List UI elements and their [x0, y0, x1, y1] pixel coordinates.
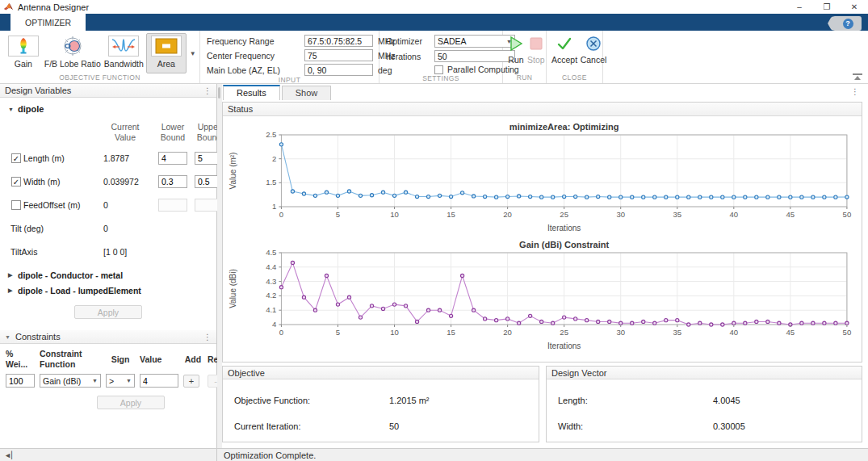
run-label: Run — [508, 55, 523, 65]
design-variables-body: ▼ dipole Current Value Lower Bound Upper… — [0, 98, 216, 319]
constraint-function-header: Constraint Function — [40, 349, 101, 369]
add-constraint-button[interactable]: + — [183, 375, 199, 388]
center-frequency-input[interactable] — [304, 49, 373, 61]
design-variables-apply-button[interactable]: Apply — [74, 305, 142, 319]
sign-select[interactable]: > ▼ — [106, 374, 135, 388]
svg-text:0: 0 — [279, 328, 283, 337]
gain-constraint-chart: 0510152025303540455044.14.24.34.44.5Gain… — [224, 239, 860, 352]
help-button[interactable]: ? — [828, 16, 862, 31]
constraints-collapse-icon[interactable]: ▼ — [5, 334, 11, 340]
svg-text:Value (dBi): Value (dBi) — [229, 269, 237, 308]
svg-text:4.2: 4.2 — [266, 291, 276, 300]
svg-text:1: 1 — [272, 202, 276, 211]
constraints-column-headers: % Wei... Constraint Function Sign Value … — [0, 349, 216, 369]
area-button[interactable]: Area — [146, 33, 187, 73]
svg-text:10: 10 — [390, 328, 399, 337]
objective-function-section: Gain — [0, 31, 200, 83]
svg-text:Value (m²): Value (m²) — [229, 153, 237, 190]
svg-text:45: 45 — [786, 328, 795, 337]
constraints-apply-button[interactable]: Apply — [97, 396, 165, 409]
help-icon: ? — [843, 19, 853, 29]
frequency-range-input[interactable] — [304, 35, 373, 47]
minimize-button[interactable]: – — [786, 1, 813, 14]
svg-text:35: 35 — [673, 210, 681, 219]
variable-row-tiltaxis: TiltAxis [1 0 0] — [0, 244, 216, 260]
title-bar: Antenna Designer – ❐ ✕ — [0, 0, 868, 14]
svg-text:2.5: 2.5 — [266, 130, 276, 139]
ribbon-tab-strip: OPTIMIZER ? — [0, 14, 868, 31]
close-button[interactable]: ✕ — [841, 1, 868, 14]
svg-text:40: 40 — [729, 210, 738, 219]
main-lobe-input[interactable] — [304, 64, 373, 76]
constraint-function-select[interactable]: Gain (dBi) ▼ — [40, 374, 101, 388]
svg-text:30: 30 — [616, 328, 625, 337]
design-variables-menu-icon[interactable]: ⋮ — [203, 86, 212, 95]
stop-label: Stop — [527, 55, 545, 65]
objective-dropdown-arrow[interactable]: ▼ — [188, 33, 198, 73]
width-current-value: 0.039972 — [97, 177, 153, 186]
bandwidth-icon — [108, 36, 139, 57]
constraints-header: ▼ Constraints ⋮ — [0, 330, 216, 344]
tree-node-dipole[interactable]: ▼ dipole — [0, 98, 216, 114]
area-label: Area — [157, 59, 175, 69]
tab-optimizer[interactable]: OPTIMIZER — [10, 14, 86, 31]
variable-row-feedoffset: FeedOffset (m) 0 — [0, 197, 216, 213]
parallel-computing-checkbox[interactable] — [434, 65, 443, 74]
svg-text:50: 50 — [843, 210, 852, 219]
tree-node-load[interactable]: ▶ dipole - Load - lumpedElement — [0, 280, 216, 295]
gain-button[interactable]: Gain — [3, 33, 44, 73]
gain-constraint-chart-wrap: 0510152025303540455044.14.24.34.44.5Gain… — [223, 234, 862, 352]
width-label: Width (m) — [23, 177, 94, 186]
tree-collapsed-icon: ▶ — [8, 272, 15, 279]
stop-icon — [529, 36, 543, 52]
svg-text:5: 5 — [336, 210, 340, 219]
collapse-panel-icon[interactable]: ◄▏ — [4, 451, 17, 459]
accept-button[interactable]: Accept — [551, 34, 577, 65]
accept-label: Accept — [551, 55, 577, 65]
gain-icon — [8, 36, 39, 57]
bandwidth-button[interactable]: Bandwidth — [102, 33, 146, 73]
run-button[interactable]: Run — [508, 34, 524, 65]
width-checkbox[interactable]: ✓ — [11, 177, 21, 186]
panel-splitter[interactable] — [217, 84, 222, 448]
stop-button[interactable]: Stop — [527, 34, 545, 65]
constraints-title: Constraints — [15, 332, 61, 342]
objective-function-value: 1.2015 m² — [389, 396, 430, 405]
weight-input[interactable] — [6, 374, 35, 388]
tab-show[interactable]: Show — [282, 86, 332, 100]
feedoffset-checkbox[interactable] — [11, 200, 21, 210]
length-lower-bound-input[interactable] — [158, 152, 187, 165]
tree-node-conductor[interactable]: ▶ dipole - Conductor - metal — [0, 265, 216, 280]
svg-text:4.3: 4.3 — [266, 277, 276, 286]
width-result-value: 0.30005 — [713, 421, 745, 431]
width-lower-bound-input[interactable] — [158, 175, 187, 188]
current-iteration-row: Current Iteration: 50 — [234, 421, 530, 431]
svg-text:25: 25 — [560, 210, 568, 219]
constraints-menu-icon[interactable]: ⋮ — [203, 333, 212, 342]
sign-caret-icon: ▼ — [126, 378, 132, 383]
close-section: Accept Cancel CLOSE — [547, 31, 603, 83]
svg-text:1.5: 1.5 — [266, 178, 276, 186]
fb-lobe-ratio-button[interactable]: F/B Lobe Ratio — [44, 33, 102, 73]
svg-text:4.4: 4.4 — [266, 262, 277, 271]
status-panel: Status 0510152025303540455011.522.5minim… — [222, 102, 862, 363]
status-message: Optimization Complete. — [217, 451, 316, 460]
status-bar: ◄▏ Optimization Complete. — [0, 448, 868, 461]
objective-function-section-label: OBJECTIVE FUNCTION — [0, 73, 199, 83]
length-checkbox[interactable]: ✓ — [11, 153, 21, 163]
tree-expanded-icon: ▼ — [8, 107, 15, 112]
svg-text:25: 25 — [560, 328, 568, 337]
lower-bound-header: Lower Bound — [156, 122, 190, 143]
tab-results[interactable]: Results — [223, 85, 280, 100]
constraint-value-input[interactable] — [140, 374, 178, 388]
tree-node-dipole-label: dipole — [18, 104, 44, 114]
antenna-designer-window: Antenna Designer – ❐ ✕ OPTIMIZER ? — [0, 0, 868, 461]
tree-collapsed-icon: ▶ — [8, 287, 15, 294]
input-section: Frequency Range MHz Center Frequency MHz… — [200, 31, 379, 83]
collapse-ribbon-icon[interactable] — [852, 73, 863, 81]
maximize-button[interactable]: ❐ — [813, 1, 841, 14]
width-result-label: Width: — [558, 421, 583, 431]
main-content: Results Show ⋮ Status 051015202530354045… — [222, 84, 868, 448]
results-menu-icon[interactable]: ⋮ — [851, 87, 859, 96]
feedoffset-lower-bound-input[interactable] — [158, 199, 187, 212]
